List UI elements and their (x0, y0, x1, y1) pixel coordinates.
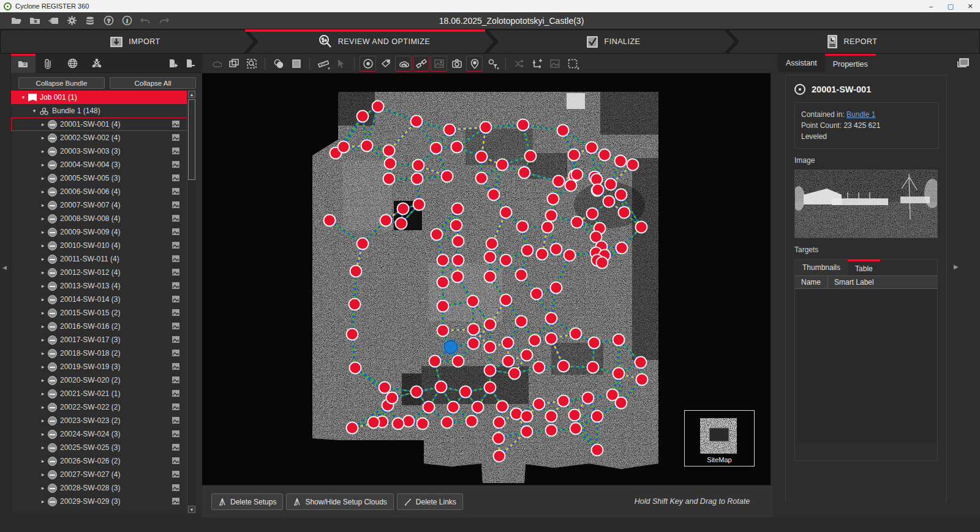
setup-marker[interactable] (413, 199, 425, 211)
setup-marker[interactable] (635, 357, 647, 369)
setup-marker[interactable] (533, 399, 545, 410)
caret-right-icon[interactable]: ▸ (39, 269, 47, 275)
setup-image-icon[interactable] (172, 174, 180, 184)
setup-marker[interactable] (357, 238, 369, 250)
help-icon[interactable]: ? (99, 13, 118, 28)
setup-marker[interactable] (372, 101, 384, 113)
setup-marker[interactable] (619, 207, 630, 219)
setup-marker[interactable] (486, 238, 498, 250)
setup-marker[interactable] (570, 328, 582, 340)
show-hide-setup-clouds-button[interactable]: Show/Hide Setup Clouds (286, 493, 393, 510)
measure-button[interactable]: ▼ (315, 56, 331, 72)
setup-marker[interactable] (442, 417, 453, 429)
tree-item-setup[interactable]: ▸20002-SW-002 (4) (11, 131, 187, 144)
setup-marker[interactable] (571, 169, 583, 181)
setup-marker[interactable] (484, 252, 496, 263)
setup-marker[interactable] (517, 221, 529, 233)
show-labels-button[interactable] (377, 56, 394, 72)
setup-marker[interactable] (558, 361, 570, 372)
show-setups-button[interactable] (360, 56, 376, 72)
setup-marker[interactable] (509, 368, 521, 380)
setup-image-icon[interactable] (172, 295, 180, 305)
setup-marker[interactable] (386, 392, 398, 404)
setup-marker[interactable] (564, 250, 576, 261)
tree-item-setup[interactable]: ▸20029-SW-029 (3) (11, 495, 187, 508)
setup-marker[interactable] (393, 418, 404, 430)
tree-item-setup[interactable]: ▸20006-SW-006 (4) (11, 185, 187, 198)
setup-marker[interactable] (627, 159, 639, 171)
setup-marker[interactable] (476, 151, 488, 163)
setup-image-icon[interactable] (172, 484, 180, 493)
tree-item-setup[interactable]: ▸20023-SW-023 (2) (11, 414, 187, 427)
setup-marker[interactable] (597, 257, 608, 269)
selected-setup-marker[interactable] (445, 341, 458, 354)
setup-marker[interactable] (466, 416, 478, 427)
setup-marker[interactable] (500, 294, 512, 306)
scroll-up-icon[interactable]: ▲ (188, 91, 195, 98)
setup-marker[interactable] (529, 335, 541, 347)
setup-marker[interactable] (493, 433, 505, 444)
tree-item-setup[interactable]: ▸20010-SW-010 (4) (11, 239, 187, 252)
setup-marker[interactable] (586, 142, 598, 154)
setup-marker[interactable] (412, 173, 423, 185)
setup-image-icon[interactable] (172, 403, 180, 413)
cascade-views-button[interactable] (225, 56, 242, 72)
setup-marker[interactable] (494, 451, 505, 462)
setup-marker[interactable] (451, 220, 462, 231)
caret-right-icon[interactable]: ▸ (39, 202, 47, 208)
tree-item-bundle[interactable]: ▾Bundle 1 (148) (11, 104, 187, 118)
caret-right-icon[interactable]: ▸ (39, 148, 47, 154)
add-bundle-button[interactable] (167, 56, 181, 70)
setup-marker[interactable] (423, 402, 435, 413)
scroll-down-icon[interactable]: ▼ (188, 506, 195, 513)
setup-marker[interactable] (525, 151, 537, 162)
show-clouds-button[interactable] (395, 56, 412, 72)
setup-marker[interactable] (558, 395, 570, 407)
pointcloud-viewport[interactable]: SiteMap (202, 73, 771, 485)
redo-icon[interactable] (154, 13, 173, 28)
minimize-button[interactable]: – (921, 0, 941, 12)
setup-marker[interactable] (531, 288, 543, 300)
setup-marker[interactable] (636, 222, 647, 233)
tree-item-setup[interactable]: ▸20021-SW-021 (1) (11, 387, 187, 400)
setup-marker[interactable] (500, 255, 512, 266)
caret-right-icon[interactable]: ▸ (39, 471, 47, 478)
setup-marker[interactable] (568, 149, 580, 161)
collapse-bundle-button[interactable]: Collapse Bundle (18, 77, 105, 89)
caret-right-icon[interactable]: ▸ (39, 350, 47, 356)
caret-right-icon[interactable]: ▸ (39, 189, 47, 195)
setup-marker[interactable] (615, 155, 627, 167)
caret-right-icon[interactable]: ▸ (39, 229, 47, 235)
setup-marker[interactable] (587, 208, 598, 220)
tree-item-setup[interactable]: ▸20004-SW-004 (3) (11, 158, 187, 171)
tree-item-setup[interactable]: ▸20011-SW-011 (4) (11, 252, 187, 266)
setup-marker[interactable] (546, 313, 557, 324)
setup-marker[interactable] (379, 382, 391, 394)
setup-marker[interactable] (591, 174, 603, 185)
tree-item-setup[interactable]: ▸20009-SW-009 (4) (11, 225, 187, 239)
setup-marker[interactable] (603, 196, 615, 208)
setup-marker[interactable] (546, 411, 557, 422)
setup-marker[interactable] (411, 386, 423, 398)
setup-marker[interactable] (616, 397, 627, 409)
setup-marker[interactable] (521, 411, 533, 422)
tree-item-setup[interactable]: ▸20024-SW-024 (3) (11, 427, 187, 441)
setup-marker[interactable] (522, 245, 533, 257)
tree-item-setup[interactable]: ▸20003-SW-003 (3) (11, 144, 187, 158)
dropdown-caret-icon[interactable]: ▼ (496, 67, 500, 70)
tree-item-setup[interactable]: ▸20025-SW-025 (3) (11, 441, 187, 454)
storage-icon[interactable] (81, 13, 99, 28)
caret-right-icon[interactable]: ▸ (39, 215, 47, 222)
setup-marker[interactable] (503, 356, 514, 367)
tree-item-setup[interactable]: ▸20019-SW-019 (3) (11, 360, 187, 373)
bundle-cloud-button[interactable] (208, 56, 224, 72)
layout-panes-button[interactable] (954, 54, 971, 72)
caret-right-icon[interactable]: ▸ (39, 377, 47, 383)
setup-marker[interactable] (551, 244, 562, 255)
tab-attachments[interactable] (36, 54, 60, 73)
setup-marker[interactable] (636, 374, 648, 386)
setup-marker[interactable] (497, 159, 508, 171)
undo-icon[interactable] (136, 13, 154, 28)
caret-right-icon[interactable]: ▸ (39, 431, 47, 437)
tree-item-job[interactable]: ▾Job 001 (1) (11, 91, 187, 104)
